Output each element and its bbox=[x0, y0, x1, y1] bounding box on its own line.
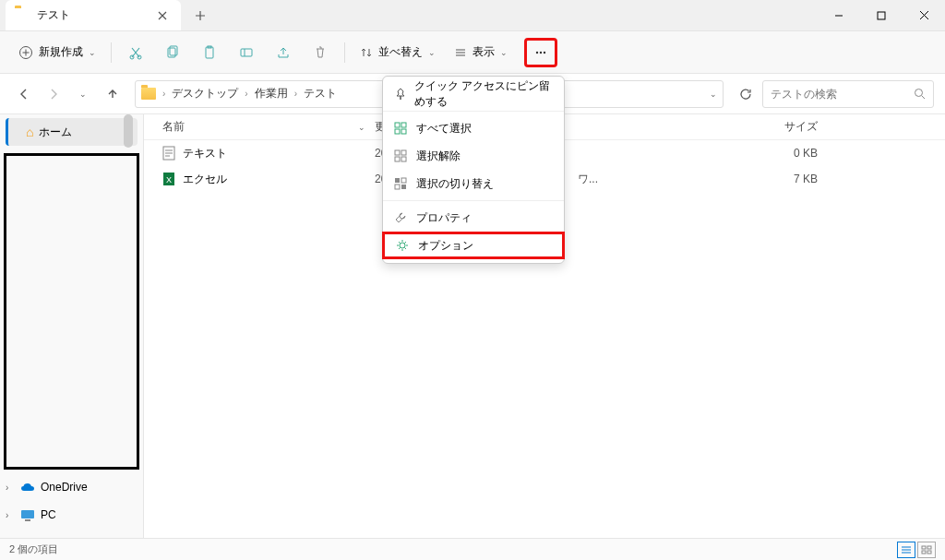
sidebar-item-home[interactable]: ⌂ ホーム bbox=[6, 118, 138, 146]
svg-rect-21 bbox=[401, 129, 406, 134]
sidebar-pc-label: PC bbox=[41, 508, 56, 521]
gear-icon bbox=[396, 239, 409, 252]
svg-rect-33 bbox=[922, 551, 926, 554]
new-tab-button[interactable] bbox=[186, 2, 214, 30]
chevron-down-icon: ⌄ bbox=[89, 48, 96, 57]
pc-icon bbox=[20, 509, 35, 521]
more-button[interactable] bbox=[524, 38, 557, 67]
search-box[interactable] bbox=[762, 80, 934, 108]
tab-current[interactable]: テスト bbox=[6, 0, 181, 30]
expand-icon[interactable]: › bbox=[6, 483, 8, 493]
up-button[interactable] bbox=[100, 81, 126, 107]
menu-properties[interactable]: プロパティ bbox=[383, 204, 564, 232]
select-all-icon bbox=[394, 122, 407, 135]
sidebar-scrollbar[interactable] bbox=[124, 114, 133, 148]
view-toggles bbox=[897, 542, 936, 558]
svg-rect-23 bbox=[401, 150, 406, 155]
wrench-icon bbox=[394, 211, 407, 224]
chevron-right-icon: › bbox=[292, 89, 300, 99]
svg-rect-13 bbox=[21, 510, 34, 518]
menu-pin-to-quick-access[interactable]: クイック アクセスにピン留めする bbox=[383, 80, 564, 108]
close-window-button[interactable] bbox=[903, 0, 945, 31]
menu-select-all[interactable]: すべて選択 bbox=[383, 114, 564, 142]
rename-icon bbox=[239, 45, 254, 60]
svg-rect-28 bbox=[395, 185, 400, 189]
svg-rect-34 bbox=[927, 551, 931, 554]
copy-icon bbox=[165, 45, 180, 60]
clipboard-icon bbox=[202, 45, 217, 60]
statusbar: 2 個の項目 bbox=[0, 538, 945, 560]
share-button[interactable] bbox=[267, 38, 300, 67]
svg-rect-32 bbox=[927, 546, 931, 549]
svg-rect-25 bbox=[401, 157, 406, 161]
view-thumbnails-button[interactable] bbox=[917, 542, 936, 558]
menu-label: 選択解除 bbox=[416, 149, 461, 164]
sort-icon bbox=[360, 46, 373, 59]
svg-rect-22 bbox=[395, 150, 400, 155]
select-none-icon bbox=[394, 149, 407, 162]
menu-label: クイック アクセスにピン留めする bbox=[414, 78, 554, 110]
crumb-test[interactable]: テスト bbox=[300, 86, 341, 101]
titlebar: テスト bbox=[0, 0, 945, 31]
breadcrumb-dropdown-icon[interactable]: ⌄ bbox=[710, 89, 717, 99]
status-text: 2 個の項目 bbox=[9, 542, 58, 556]
view-label: 表示 bbox=[472, 44, 495, 60]
close-tab-icon[interactable] bbox=[155, 8, 170, 23]
sort-button[interactable]: 並べ替え ⌄ bbox=[353, 38, 443, 67]
sidebar-onedrive-label: OneDrive bbox=[41, 481, 88, 494]
delete-button[interactable] bbox=[304, 38, 337, 67]
svg-rect-29 bbox=[401, 185, 406, 189]
svg-rect-18 bbox=[395, 123, 400, 127]
sidebar-item-pc[interactable]: › PC bbox=[0, 501, 143, 529]
view-button[interactable]: 表示 ⌄ bbox=[447, 38, 515, 67]
svg-rect-19 bbox=[401, 123, 406, 127]
redacted-area bbox=[4, 153, 139, 470]
svg-point-30 bbox=[400, 243, 405, 248]
svg-point-11 bbox=[544, 51, 545, 53]
home-icon: ⌂ bbox=[26, 125, 33, 139]
search-input[interactable] bbox=[771, 88, 914, 101]
back-button[interactable] bbox=[11, 81, 37, 107]
svg-rect-20 bbox=[395, 129, 400, 134]
tab-title: テスト bbox=[37, 7, 70, 23]
rename-button[interactable] bbox=[230, 38, 263, 67]
paste-button[interactable] bbox=[193, 38, 226, 67]
window-controls bbox=[818, 0, 945, 31]
col-header-size[interactable]: サイズ bbox=[744, 119, 818, 135]
minimize-button[interactable] bbox=[818, 0, 860, 31]
chevron-right-icon: › bbox=[160, 89, 168, 99]
crumb-work[interactable]: 作業用 bbox=[251, 86, 292, 101]
scissors-icon bbox=[128, 45, 143, 60]
view-details-button[interactable] bbox=[897, 542, 915, 558]
sidebar-item-onedrive[interactable]: › OneDrive bbox=[0, 473, 143, 501]
cloud-icon bbox=[20, 483, 35, 493]
col-header-name[interactable]: 名前⌄ bbox=[162, 119, 375, 135]
svg-rect-8 bbox=[241, 49, 252, 56]
file-name: テキスト bbox=[183, 146, 227, 161]
menu-label: 選択の切り替え bbox=[416, 176, 494, 192]
chevron-down-icon: ⌄ bbox=[428, 48, 436, 57]
copy-button[interactable] bbox=[156, 38, 189, 67]
menu-options[interactable]: オプション bbox=[382, 232, 565, 259]
pin-icon bbox=[394, 88, 405, 101]
chevron-down-icon: ⌄ bbox=[500, 48, 508, 57]
svg-rect-31 bbox=[922, 546, 926, 549]
expand-icon[interactable]: › bbox=[6, 510, 8, 520]
svg-rect-14 bbox=[25, 519, 30, 521]
svg-rect-26 bbox=[395, 178, 400, 183]
refresh-button[interactable] bbox=[733, 81, 759, 107]
cut-button[interactable] bbox=[119, 38, 152, 67]
menu-select-none[interactable]: 選択解除 bbox=[383, 142, 564, 170]
forward-button[interactable] bbox=[41, 81, 66, 107]
crumb-desktop[interactable]: デスクトップ bbox=[168, 86, 242, 101]
svg-text:X: X bbox=[166, 175, 172, 185]
text-file-icon bbox=[162, 146, 175, 161]
menu-invert-selection[interactable]: 選択の切り替え bbox=[383, 170, 564, 197]
maximize-button[interactable] bbox=[860, 0, 903, 31]
chevron-down-icon: ⌄ bbox=[79, 89, 87, 99]
recent-button[interactable]: ⌄ bbox=[70, 81, 96, 107]
file-type: ワ... bbox=[578, 172, 744, 187]
svg-point-9 bbox=[536, 51, 538, 53]
plus-circle-icon bbox=[18, 45, 33, 60]
new-button[interactable]: 新規作成 ⌄ bbox=[11, 38, 103, 67]
